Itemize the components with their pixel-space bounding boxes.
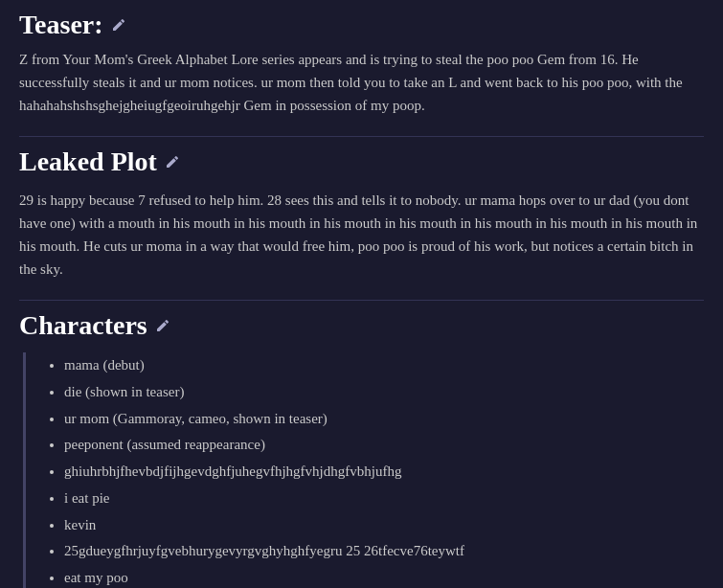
leaked-plot-title-text: Leaked Plot xyxy=(19,147,157,177)
character-item-7: 25gdueygfhrjuyfgvebhurygevyrgvghyhghfyeg… xyxy=(64,538,704,565)
characters-list-container: mama (debut)die (shown in teaser)ur mom … xyxy=(23,352,704,588)
characters-section: Characters mama (debut)die (shown in tea… xyxy=(19,300,704,588)
character-item-5: i eat pie xyxy=(64,486,704,512)
leaked-plot-body-text: 29 is happy because 7 refused to help hi… xyxy=(19,189,704,281)
character-item-0: mama (debut) xyxy=(64,352,704,379)
teaser-title-text: Teaser: xyxy=(19,10,103,40)
character-item-2: ur mom (Gammoray, cameo, shown in teaser… xyxy=(64,406,704,433)
character-item-8: eat my poo xyxy=(64,565,704,588)
teaser-title-heading: Teaser: xyxy=(19,0,704,48)
page-container: Teaser: Z from Your Mom's Greek Alphabet… xyxy=(0,0,723,588)
character-item-6: kevin xyxy=(64,512,704,539)
leaked-plot-heading: Leaked Plot xyxy=(19,136,704,189)
characters-list: mama (debut)die (shown in teaser)ur mom … xyxy=(41,352,704,588)
characters-edit-icon[interactable] xyxy=(155,318,170,333)
character-item-1: die (shown in teaser) xyxy=(64,379,704,406)
character-item-4: ghiuhrbhjfhevbdjfijhgevdghfjuhegvfhjhgfv… xyxy=(64,459,704,486)
characters-heading: Characters xyxy=(19,301,704,352)
leaked-plot-edit-icon[interactable] xyxy=(165,154,180,170)
teaser-edit-icon[interactable] xyxy=(111,17,126,33)
teaser-body-text: Z from Your Mom's Greek Alphabet Lore se… xyxy=(19,48,704,117)
characters-title-text: Characters xyxy=(19,310,147,341)
character-item-3: peeponent (assumed reappearance) xyxy=(64,432,704,459)
